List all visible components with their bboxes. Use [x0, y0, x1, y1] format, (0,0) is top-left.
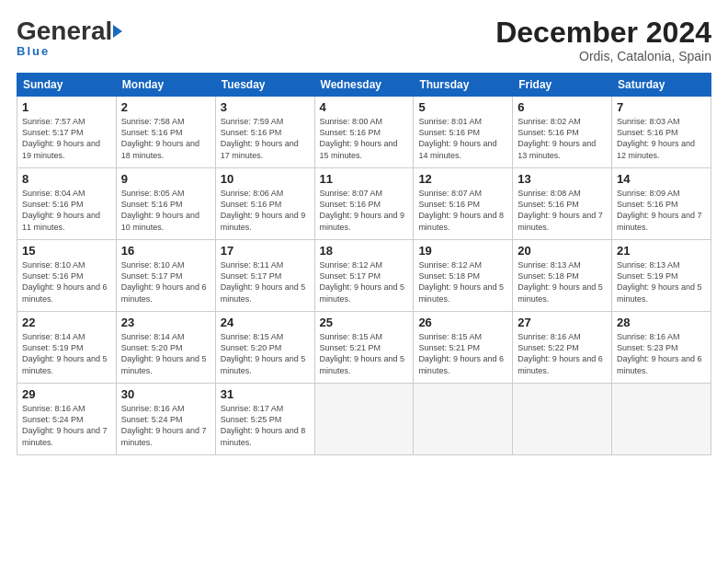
table-row: 29 Sunrise: 8:16 AM Sunset: 5:24 PM Dayl… [17, 384, 117, 455]
day-number: 3 [221, 100, 310, 114]
table-row: 7 Sunrise: 8:03 AM Sunset: 5:16 PM Dayli… [612, 97, 711, 168]
col-monday: Monday [116, 74, 215, 97]
day-info: Sunrise: 8:09 AM Sunset: 5:16 PM Dayligh… [617, 188, 706, 233]
calendar-table: Sunday Monday Tuesday Wednesday Thursday… [17, 73, 711, 455]
day-info: Sunrise: 8:14 AM Sunset: 5:19 PM Dayligh… [22, 331, 111, 376]
day-number: 2 [121, 100, 210, 114]
logo-arrow-icon [113, 25, 122, 38]
day-info: Sunrise: 8:15 AM Sunset: 5:21 PM Dayligh… [418, 331, 507, 376]
title-area: December 2024 Ordis, Catalonia, Spain [495, 17, 711, 63]
table-row: 5 Sunrise: 8:01 AM Sunset: 5:16 PM Dayli… [414, 97, 513, 168]
calendar-week-row: 1 Sunrise: 7:57 AM Sunset: 5:17 PM Dayli… [17, 97, 711, 168]
day-number: 26 [418, 316, 507, 329]
table-row: 31 Sunrise: 8:17 AM Sunset: 5:25 PM Dayl… [215, 384, 314, 455]
day-number: 18 [320, 244, 409, 258]
day-info: Sunrise: 8:16 AM Sunset: 5:23 PM Dayligh… [617, 331, 706, 376]
day-number: 19 [418, 244, 507, 258]
day-number: 9 [121, 172, 210, 186]
day-number: 20 [518, 244, 607, 258]
day-number: 15 [22, 244, 111, 258]
col-tuesday: Tuesday [215, 74, 314, 97]
table-row: 10 Sunrise: 8:06 AM Sunset: 5:16 PM Dayl… [215, 168, 314, 240]
day-number: 27 [518, 316, 607, 329]
day-info: Sunrise: 8:16 AM Sunset: 5:24 PM Dayligh… [22, 403, 111, 448]
day-number: 29 [22, 387, 111, 401]
table-row: 16 Sunrise: 8:10 AM Sunset: 5:17 PM Dayl… [116, 240, 215, 312]
day-number: 5 [418, 100, 507, 114]
table-row: 21 Sunrise: 8:13 AM Sunset: 5:19 PM Dayl… [612, 240, 711, 312]
calendar-page: General Blue December 2024 Ordis, Catalo… [0, 0, 728, 563]
table-row [612, 384, 711, 455]
day-number: 16 [121, 244, 210, 258]
table-row: 24 Sunrise: 8:15 AM Sunset: 5:20 PM Dayl… [215, 312, 314, 384]
table-row: 9 Sunrise: 8:05 AM Sunset: 5:16 PM Dayli… [116, 168, 215, 240]
day-number: 10 [221, 172, 310, 186]
day-number: 1 [22, 100, 111, 114]
day-info: Sunrise: 8:10 AM Sunset: 5:16 PM Dayligh… [22, 259, 111, 304]
table-row: 1 Sunrise: 7:57 AM Sunset: 5:17 PM Dayli… [17, 97, 117, 168]
day-info: Sunrise: 8:13 AM Sunset: 5:19 PM Dayligh… [617, 259, 706, 304]
day-info: Sunrise: 8:16 AM Sunset: 5:22 PM Dayligh… [518, 331, 607, 376]
day-number: 4 [320, 100, 409, 114]
day-info: Sunrise: 8:10 AM Sunset: 5:17 PM Dayligh… [121, 259, 210, 304]
day-number: 24 [221, 316, 310, 329]
table-row: 19 Sunrise: 8:12 AM Sunset: 5:18 PM Dayl… [414, 240, 513, 312]
logo: General Blue [17, 17, 122, 58]
table-row: 8 Sunrise: 8:04 AM Sunset: 5:16 PM Dayli… [17, 168, 117, 240]
table-row: 25 Sunrise: 8:15 AM Sunset: 5:21 PM Dayl… [314, 312, 414, 384]
table-row: 23 Sunrise: 8:14 AM Sunset: 5:20 PM Dayl… [116, 312, 215, 384]
day-number: 23 [121, 316, 210, 329]
day-info: Sunrise: 8:13 AM Sunset: 5:18 PM Dayligh… [518, 259, 607, 304]
col-sunday: Sunday [17, 74, 117, 97]
day-info: Sunrise: 8:00 AM Sunset: 5:16 PM Dayligh… [320, 116, 409, 161]
col-wednesday: Wednesday [314, 74, 414, 97]
day-info: Sunrise: 8:02 AM Sunset: 5:16 PM Dayligh… [518, 116, 607, 161]
table-row: 14 Sunrise: 8:09 AM Sunset: 5:16 PM Dayl… [612, 168, 711, 240]
calendar-week-row: 22 Sunrise: 8:14 AM Sunset: 5:19 PM Dayl… [17, 312, 711, 384]
location: Ordis, Catalonia, Spain [495, 49, 711, 63]
day-number: 21 [617, 244, 706, 258]
table-row: 4 Sunrise: 8:00 AM Sunset: 5:16 PM Dayli… [314, 97, 414, 168]
month-title: December 2024 [495, 17, 711, 49]
table-row: 27 Sunrise: 8:16 AM Sunset: 5:22 PM Dayl… [513, 312, 612, 384]
table-row: 22 Sunrise: 8:14 AM Sunset: 5:19 PM Dayl… [17, 312, 117, 384]
col-saturday: Saturday [612, 74, 711, 97]
calendar-week-row: 8 Sunrise: 8:04 AM Sunset: 5:16 PM Dayli… [17, 168, 711, 240]
day-info: Sunrise: 8:06 AM Sunset: 5:16 PM Dayligh… [221, 188, 310, 233]
day-info: Sunrise: 8:01 AM Sunset: 5:16 PM Dayligh… [418, 116, 507, 161]
day-info: Sunrise: 8:04 AM Sunset: 5:16 PM Dayligh… [22, 188, 111, 233]
day-info: Sunrise: 8:15 AM Sunset: 5:20 PM Dayligh… [221, 331, 310, 376]
calendar-header-row: Sunday Monday Tuesday Wednesday Thursday… [17, 74, 711, 97]
table-row: 28 Sunrise: 8:16 AM Sunset: 5:23 PM Dayl… [612, 312, 711, 384]
table-row: 11 Sunrise: 8:07 AM Sunset: 5:16 PM Dayl… [314, 168, 414, 240]
day-number: 13 [518, 172, 607, 186]
day-info: Sunrise: 8:07 AM Sunset: 5:16 PM Dayligh… [320, 188, 409, 233]
col-friday: Friday [513, 74, 612, 97]
table-row [513, 384, 612, 455]
day-info: Sunrise: 8:17 AM Sunset: 5:25 PM Dayligh… [221, 403, 310, 448]
day-info: Sunrise: 8:15 AM Sunset: 5:21 PM Dayligh… [320, 331, 409, 376]
day-number: 28 [617, 316, 706, 329]
day-info: Sunrise: 7:58 AM Sunset: 5:16 PM Dayligh… [121, 116, 210, 161]
calendar-week-row: 29 Sunrise: 8:16 AM Sunset: 5:24 PM Dayl… [17, 384, 711, 455]
table-row: 2 Sunrise: 7:58 AM Sunset: 5:16 PM Dayli… [116, 97, 215, 168]
day-number: 7 [617, 100, 706, 114]
day-number: 22 [22, 316, 111, 329]
day-number: 11 [320, 172, 409, 186]
table-row [414, 384, 513, 455]
table-row: 26 Sunrise: 8:15 AM Sunset: 5:21 PM Dayl… [414, 312, 513, 384]
day-info: Sunrise: 8:12 AM Sunset: 5:18 PM Dayligh… [418, 259, 507, 304]
day-info: Sunrise: 8:11 AM Sunset: 5:17 PM Dayligh… [221, 259, 310, 304]
table-row [314, 384, 414, 455]
day-info: Sunrise: 8:14 AM Sunset: 5:20 PM Dayligh… [121, 331, 210, 376]
day-info: Sunrise: 8:08 AM Sunset: 5:16 PM Dayligh… [518, 188, 607, 233]
day-info: Sunrise: 8:16 AM Sunset: 5:24 PM Dayligh… [121, 403, 210, 448]
day-info: Sunrise: 7:57 AM Sunset: 5:17 PM Dayligh… [22, 116, 111, 161]
header: General Blue December 2024 Ordis, Catalo… [17, 17, 711, 63]
table-row: 30 Sunrise: 8:16 AM Sunset: 5:24 PM Dayl… [116, 384, 215, 455]
day-info: Sunrise: 8:03 AM Sunset: 5:16 PM Dayligh… [617, 116, 706, 161]
day-number: 12 [418, 172, 507, 186]
day-number: 17 [221, 244, 310, 258]
table-row: 3 Sunrise: 7:59 AM Sunset: 5:16 PM Dayli… [215, 97, 314, 168]
day-number: 25 [320, 316, 409, 329]
